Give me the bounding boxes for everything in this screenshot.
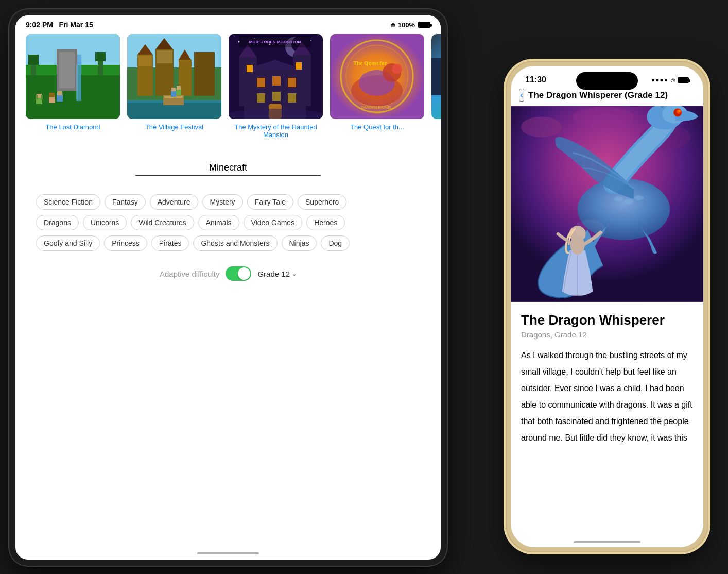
adaptive-difficulty-label: Adaptive difficulty bbox=[160, 269, 219, 278]
tags-section: Science Fiction Fantasy Adventure Myster… bbox=[15, 194, 441, 251]
search-input[interactable] bbox=[135, 160, 321, 175]
ipad-status-bar: 9:02 PM Fri Mar 15 ⌾ 100% bbox=[15, 15, 441, 34]
tag-goofy-silly[interactable]: Goofy and Silly bbox=[36, 235, 100, 251]
book-title-1: The Lost Diamond bbox=[45, 123, 100, 131]
books-row: The Lost Diamond bbox=[26, 34, 430, 139]
nav-title: The Dragon Whisperer (Grade 12) bbox=[528, 90, 695, 100]
quest-art: The Quest for DANNGLEAINEL Sea bbox=[330, 34, 424, 119]
svg-rect-56 bbox=[257, 93, 265, 103]
svg-rect-26 bbox=[194, 52, 215, 96]
tag-video-games[interactable]: Video Games bbox=[244, 215, 303, 230]
book-item-2[interactable]: The Village Festival bbox=[127, 34, 221, 139]
battery-text: 100% bbox=[398, 21, 415, 29]
svg-rect-52 bbox=[296, 62, 302, 70]
tag-wild-creatures[interactable]: Wild Creatures bbox=[131, 215, 194, 230]
book-title-4: The Quest for th... bbox=[350, 123, 404, 131]
book-detail-title: The Dragon Whisperer bbox=[521, 312, 693, 328]
svg-rect-53 bbox=[257, 78, 265, 87]
svg-rect-57 bbox=[272, 92, 281, 101]
back-chevron-icon: ‹ bbox=[520, 90, 523, 100]
signal-icon: ●●●● bbox=[651, 76, 668, 83]
svg-rect-46 bbox=[239, 57, 257, 106]
minecraft1-art bbox=[26, 34, 120, 119]
book-detail-content: The Dragon Whisperer Dragons, Grade 12 A… bbox=[511, 302, 703, 446]
svg-rect-12 bbox=[41, 95, 43, 100]
haunted-art: MORSTOBEN MOOSSTON bbox=[229, 34, 323, 119]
svg-rect-51 bbox=[247, 65, 253, 72]
svg-rect-18 bbox=[76, 65, 78, 101]
svg-point-78 bbox=[573, 108, 634, 126]
book-title-2: The Village Festival bbox=[145, 123, 203, 131]
tag-dogs[interactable]: Dog bbox=[321, 235, 350, 251]
svg-rect-35 bbox=[171, 88, 176, 91]
svg-rect-6 bbox=[28, 55, 39, 65]
search-section bbox=[15, 155, 441, 194]
svg-rect-11 bbox=[36, 95, 38, 100]
tag-pirates[interactable]: Pirates bbox=[151, 235, 189, 251]
svg-rect-58 bbox=[288, 93, 296, 103]
book-cover-3[interactable]: MORSTOBEN MOOSSTON bbox=[229, 34, 323, 119]
tag-fairy-tale[interactable]: Fairy Tale bbox=[247, 194, 293, 210]
tag-animals[interactable]: Animals bbox=[198, 215, 239, 230]
iphone-time: 11:30 bbox=[525, 73, 546, 85]
book-item-4[interactable]: The Quest for DANNGLEAINEL Sea The Quest… bbox=[330, 34, 424, 139]
svg-rect-14 bbox=[49, 93, 55, 97]
svg-point-76 bbox=[521, 116, 562, 137]
book-cover-5[interactable]: MELECRET bbox=[431, 34, 441, 119]
book-item-5[interactable]: MELECRET bbox=[431, 34, 441, 139]
svg-text:MORSTOBEN MOOSSTON: MORSTOBEN MOOSSTON bbox=[249, 40, 301, 44]
tag-dragons[interactable]: Dragons bbox=[36, 215, 79, 230]
svg-rect-8 bbox=[95, 52, 106, 61]
tag-adventure[interactable]: Adventure bbox=[150, 194, 198, 210]
ipad-time: 9:02 PM Fri Mar 15 bbox=[26, 21, 93, 29]
grade-selector[interactable]: Grade 12 ⌄ bbox=[257, 269, 297, 278]
book-cover-4[interactable]: The Quest for DANNGLEAINEL Sea bbox=[330, 34, 424, 119]
battery-icon bbox=[418, 22, 430, 28]
tags-row-1: Science Fiction Fantasy Adventure Myster… bbox=[36, 194, 420, 210]
toggle-knob bbox=[238, 267, 250, 280]
back-button[interactable]: ‹ bbox=[519, 89, 524, 102]
iphone-battery-fill bbox=[679, 78, 688, 82]
book-hero-image bbox=[511, 106, 703, 302]
wifi-icon: ⌾ bbox=[671, 76, 675, 84]
iphone-status-icons: ●●●● ⌾ bbox=[651, 74, 689, 84]
svg-rect-54 bbox=[272, 76, 281, 86]
tag-ninjas[interactable]: Ninjas bbox=[282, 235, 317, 251]
minecraft2-art bbox=[127, 34, 221, 119]
adaptive-difficulty-toggle[interactable] bbox=[226, 266, 251, 281]
tag-heroes[interactable]: Heroes bbox=[306, 215, 345, 230]
book-cover-1[interactable] bbox=[26, 34, 120, 119]
svg-point-85 bbox=[680, 110, 681, 111]
search-input-wrapper bbox=[135, 160, 321, 176]
book-detail-subtitle: Dragons, Grade 12 bbox=[521, 330, 693, 339]
battery-fill bbox=[419, 23, 429, 27]
books-section: The Lost Diamond bbox=[15, 34, 441, 155]
ipad-status-right: ⌾ 100% bbox=[391, 21, 430, 29]
tag-science-fiction[interactable]: Science Fiction bbox=[36, 194, 100, 210]
ipad-screen: 9:02 PM Fri Mar 15 ⌾ 100% bbox=[15, 15, 441, 560]
svg-rect-73 bbox=[431, 58, 441, 95]
grade-label: Grade 12 bbox=[257, 269, 290, 278]
book-item-1[interactable]: The Lost Diamond bbox=[26, 34, 120, 139]
tag-mystery[interactable]: Mystery bbox=[202, 194, 243, 210]
book-cover-2[interactable] bbox=[127, 34, 221, 119]
svg-point-69 bbox=[392, 64, 402, 74]
svg-rect-37 bbox=[177, 86, 181, 90]
svg-text:Sea: Sea bbox=[374, 111, 380, 114]
tag-fantasy[interactable]: Fantasy bbox=[105, 194, 146, 210]
svg-text:The Quest for: The Quest for bbox=[353, 60, 387, 66]
iphone-home-indicator bbox=[574, 541, 640, 543]
tag-princess[interactable]: Princess bbox=[104, 235, 147, 251]
book-item-3[interactable]: MORSTOBEN MOOSSTON The Mystery of the Ha… bbox=[229, 34, 323, 139]
wifi-icon: ⌾ bbox=[391, 21, 395, 29]
svg-rect-16 bbox=[57, 91, 62, 95]
dynamic-island bbox=[576, 72, 638, 90]
tag-ghosts-monsters[interactable]: Ghosts and Monsters bbox=[193, 235, 277, 251]
tag-superhero[interactable]: Superhero bbox=[298, 194, 346, 210]
ipad-device: 9:02 PM Fri Mar 15 ⌾ 100% bbox=[9, 9, 447, 566]
tags-row-2: Dragons Unicorns Wild Creatures Animals … bbox=[36, 215, 420, 230]
svg-point-89 bbox=[575, 220, 606, 240]
svg-rect-4 bbox=[59, 52, 75, 88]
svg-text:DANNGLEAINEL: DANNGLEAINEL bbox=[361, 105, 393, 110]
tag-unicorns[interactable]: Unicorns bbox=[83, 215, 127, 230]
